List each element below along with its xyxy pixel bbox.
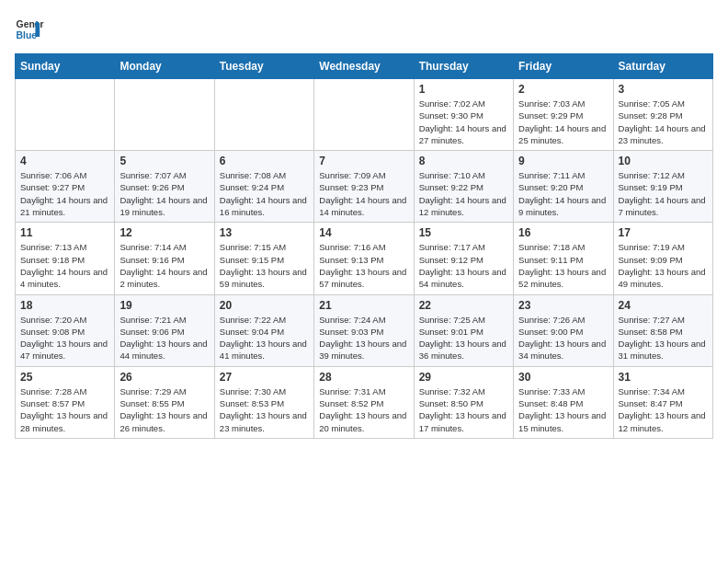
day-info: Sunrise: 7:20 AMSunset: 9:08 PMDaylight:… — [20, 314, 109, 362]
calendar-cell: 27Sunrise: 7:30 AMSunset: 8:53 PMDayligh… — [214, 366, 313, 438]
calendar-table: SundayMondayTuesdayWednesdayThursdayFrid… — [15, 53, 713, 439]
calendar-cell: 12Sunrise: 7:14 AMSunset: 9:16 PMDayligh… — [115, 223, 214, 294]
calendar-cell: 3Sunrise: 7:05 AMSunset: 9:28 PMDaylight… — [613, 79, 712, 151]
calendar-week-row: 4Sunrise: 7:06 AMSunset: 9:27 PMDaylight… — [16, 151, 713, 223]
day-number: 26 — [119, 371, 209, 384]
calendar-cell — [214, 79, 313, 151]
day-info: Sunrise: 7:34 AMSunset: 8:47 PMDaylight:… — [619, 385, 708, 434]
day-number: 22 — [419, 299, 508, 312]
calendar-cell: 5Sunrise: 7:07 AMSunset: 9:26 PMDaylight… — [115, 151, 214, 223]
day-info: Sunrise: 7:10 AMSunset: 9:22 PMDaylight:… — [419, 169, 508, 218]
day-number: 31 — [619, 371, 708, 384]
calendar-cell: 11Sunrise: 7:13 AMSunset: 9:18 PMDayligh… — [16, 223, 115, 294]
day-info: Sunrise: 7:06 AMSunset: 9:27 PMDaylight:… — [20, 169, 109, 218]
calendar-cell: 26Sunrise: 7:29 AMSunset: 8:55 PMDayligh… — [115, 366, 214, 438]
day-number: 20 — [220, 299, 309, 312]
day-number: 10 — [619, 155, 708, 167]
day-info: Sunrise: 7:27 AMSunset: 8:58 PMDaylight:… — [619, 314, 708, 362]
day-info: Sunrise: 7:22 AMSunset: 9:04 PMDaylight:… — [220, 314, 309, 362]
day-number: 12 — [119, 226, 209, 239]
day-info: Sunrise: 7:12 AMSunset: 9:19 PMDaylight:… — [619, 169, 708, 218]
calendar-cell: 6Sunrise: 7:08 AMSunset: 9:24 PMDaylight… — [214, 151, 313, 223]
calendar-cell: 19Sunrise: 7:21 AMSunset: 9:06 PMDayligh… — [115, 294, 214, 366]
day-info: Sunrise: 7:08 AMSunset: 9:24 PMDaylight:… — [220, 169, 309, 218]
day-number: 15 — [419, 226, 508, 239]
day-info: Sunrise: 7:33 AMSunset: 8:48 PMDaylight:… — [518, 385, 608, 434]
calendar-cell: 4Sunrise: 7:06 AMSunset: 9:27 PMDaylight… — [16, 151, 115, 223]
day-number: 11 — [20, 226, 109, 239]
calendar-cell: 16Sunrise: 7:18 AMSunset: 9:11 PMDayligh… — [514, 223, 613, 294]
calendar-cell: 30Sunrise: 7:33 AMSunset: 8:48 PMDayligh… — [514, 366, 613, 438]
calendar-cell — [115, 79, 214, 151]
calendar-cell — [16, 79, 115, 151]
day-number: 21 — [319, 299, 408, 312]
day-number: 19 — [119, 299, 209, 312]
day-number: 4 — [20, 155, 109, 167]
day-info: Sunrise: 7:24 AMSunset: 9:03 PMDaylight:… — [319, 314, 408, 362]
calendar-week-row: 11Sunrise: 7:13 AMSunset: 9:18 PMDayligh… — [16, 223, 713, 294]
day-info: Sunrise: 7:02 AMSunset: 9:30 PMDaylight:… — [419, 98, 508, 146]
calendar-week-row: 1Sunrise: 7:02 AMSunset: 9:30 PMDaylight… — [16, 79, 713, 151]
calendar-header-row: SundayMondayTuesdayWednesdayThursdayFrid… — [16, 54, 713, 79]
calendar-cell: 17Sunrise: 7:19 AMSunset: 9:09 PMDayligh… — [613, 223, 712, 294]
calendar-header-friday: Friday — [514, 54, 613, 79]
day-number: 28 — [319, 371, 408, 384]
svg-text:General: General — [17, 19, 44, 29]
day-number: 18 — [20, 299, 109, 312]
day-number: 1 — [419, 83, 508, 96]
day-number: 5 — [119, 155, 209, 167]
day-number: 3 — [619, 83, 708, 96]
calendar-cell: 22Sunrise: 7:25 AMSunset: 9:01 PMDayligh… — [414, 294, 513, 366]
day-info: Sunrise: 7:03 AMSunset: 9:29 PMDaylight:… — [518, 98, 608, 146]
day-info: Sunrise: 7:17 AMSunset: 9:12 PMDaylight:… — [419, 241, 508, 290]
day-number: 29 — [419, 371, 508, 384]
calendar-cell: 20Sunrise: 7:22 AMSunset: 9:04 PMDayligh… — [214, 294, 313, 366]
calendar-cell: 8Sunrise: 7:10 AMSunset: 9:22 PMDaylight… — [414, 151, 513, 223]
calendar-cell: 7Sunrise: 7:09 AMSunset: 9:23 PMDaylight… — [314, 151, 414, 223]
day-info: Sunrise: 7:16 AMSunset: 9:13 PMDaylight:… — [319, 241, 408, 290]
calendar-cell: 14Sunrise: 7:16 AMSunset: 9:13 PMDayligh… — [314, 223, 414, 294]
day-info: Sunrise: 7:11 AMSunset: 9:20 PMDaylight:… — [518, 169, 608, 218]
day-number: 14 — [319, 226, 408, 239]
day-info: Sunrise: 7:28 AMSunset: 8:57 PMDaylight:… — [20, 385, 109, 434]
day-info: Sunrise: 7:19 AMSunset: 9:09 PMDaylight:… — [619, 241, 708, 290]
day-info: Sunrise: 7:30 AMSunset: 8:53 PMDaylight:… — [220, 385, 309, 434]
calendar-cell: 9Sunrise: 7:11 AMSunset: 9:20 PMDaylight… — [514, 151, 613, 223]
calendar-cell: 10Sunrise: 7:12 AMSunset: 9:19 PMDayligh… — [613, 151, 712, 223]
day-number: 2 — [518, 83, 608, 96]
day-info: Sunrise: 7:21 AMSunset: 9:06 PMDaylight:… — [119, 314, 209, 362]
day-info: Sunrise: 7:31 AMSunset: 8:52 PMDaylight:… — [319, 385, 408, 434]
day-number: 27 — [220, 371, 309, 384]
day-info: Sunrise: 7:13 AMSunset: 9:18 PMDaylight:… — [20, 241, 109, 290]
calendar-cell: 23Sunrise: 7:26 AMSunset: 9:00 PMDayligh… — [514, 294, 613, 366]
calendar-cell: 18Sunrise: 7:20 AMSunset: 9:08 PMDayligh… — [16, 294, 115, 366]
logo: General Blue — [15, 15, 44, 44]
svg-text:Blue: Blue — [17, 30, 38, 40]
day-number: 8 — [419, 155, 508, 167]
calendar-header-saturday: Saturday — [613, 54, 712, 79]
page-header: General Blue — [15, 15, 713, 44]
day-number: 24 — [619, 299, 708, 312]
day-info: Sunrise: 7:26 AMSunset: 9:00 PMDaylight:… — [518, 314, 608, 362]
calendar-cell: 31Sunrise: 7:34 AMSunset: 8:47 PMDayligh… — [613, 366, 712, 438]
day-number: 17 — [619, 226, 708, 239]
calendar-cell: 25Sunrise: 7:28 AMSunset: 8:57 PMDayligh… — [16, 366, 115, 438]
day-info: Sunrise: 7:14 AMSunset: 9:16 PMDaylight:… — [119, 241, 209, 290]
day-number: 23 — [518, 299, 608, 312]
day-number: 7 — [319, 155, 408, 167]
calendar-header-thursday: Thursday — [414, 54, 513, 79]
day-info: Sunrise: 7:15 AMSunset: 9:15 PMDaylight:… — [220, 241, 309, 290]
calendar-header-wednesday: Wednesday — [314, 54, 414, 79]
calendar-cell: 29Sunrise: 7:32 AMSunset: 8:50 PMDayligh… — [414, 366, 513, 438]
calendar-cell: 1Sunrise: 7:02 AMSunset: 9:30 PMDaylight… — [414, 79, 513, 151]
day-info: Sunrise: 7:32 AMSunset: 8:50 PMDaylight:… — [419, 385, 508, 434]
logo-icon: General Blue — [15, 15, 44, 44]
day-info: Sunrise: 7:07 AMSunset: 9:26 PMDaylight:… — [119, 169, 209, 218]
day-info: Sunrise: 7:29 AMSunset: 8:55 PMDaylight:… — [119, 385, 209, 434]
day-number: 30 — [518, 371, 608, 384]
day-info: Sunrise: 7:05 AMSunset: 9:28 PMDaylight:… — [619, 98, 708, 146]
calendar-week-row: 18Sunrise: 7:20 AMSunset: 9:08 PMDayligh… — [16, 294, 713, 366]
calendar-cell: 24Sunrise: 7:27 AMSunset: 8:58 PMDayligh… — [613, 294, 712, 366]
calendar-cell: 28Sunrise: 7:31 AMSunset: 8:52 PMDayligh… — [314, 366, 414, 438]
calendar-header-sunday: Sunday — [16, 54, 115, 79]
